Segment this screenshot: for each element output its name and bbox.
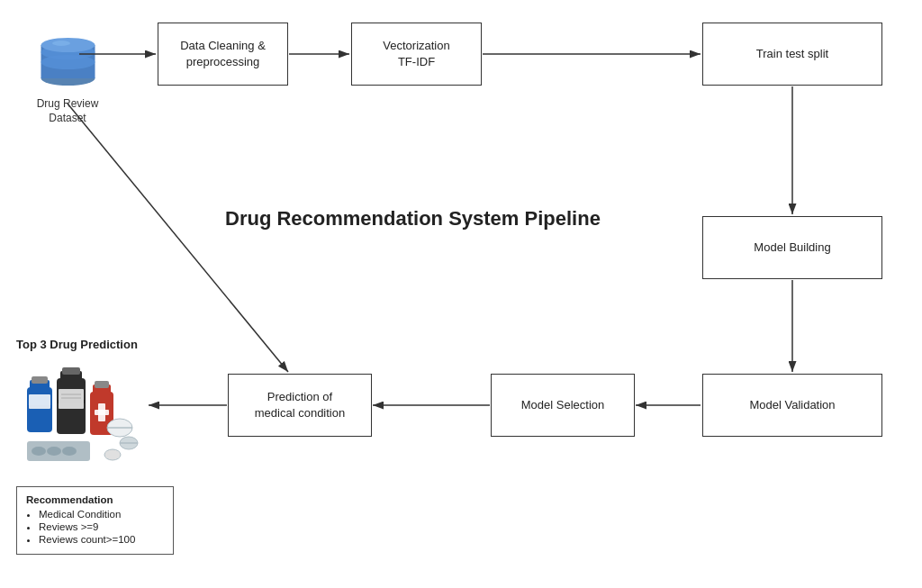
rec-item-3: Reviews count>=100 xyxy=(39,534,164,545)
arrow-db-to-prediction xyxy=(68,104,288,372)
svg-rect-15 xyxy=(59,389,84,409)
svg-point-25 xyxy=(47,447,61,456)
model-selection-label: Model Selection xyxy=(521,397,605,413)
model-building-box: Model Building xyxy=(702,216,882,279)
rec-item-2: Reviews >=9 xyxy=(39,521,164,532)
drugs-svg xyxy=(23,360,149,464)
rec-item-1: Medical Condition xyxy=(39,509,164,520)
main-title: Drug Recommendation System Pipeline xyxy=(225,207,601,231)
database-svg xyxy=(34,27,102,90)
prediction-label: Prediction ofmedical condition xyxy=(255,389,345,421)
model-validation-box: Model Validation xyxy=(702,374,882,437)
recommendation-title: Recommendation xyxy=(26,494,164,505)
svg-point-24 xyxy=(32,447,46,456)
model-building-label: Model Building xyxy=(754,240,830,256)
svg-rect-22 xyxy=(95,410,109,415)
vectorization-label: VectorizationTF-IDF xyxy=(383,38,449,70)
vectorization-box: VectorizationTF-IDF xyxy=(351,23,482,86)
svg-point-31 xyxy=(104,449,121,460)
model-selection-box: Model Selection xyxy=(491,374,635,437)
svg-point-5 xyxy=(52,41,70,46)
svg-rect-20 xyxy=(95,381,109,388)
database-label: Drug Review Dataset xyxy=(27,97,108,125)
svg-rect-10 xyxy=(29,394,50,409)
prediction-box: Prediction ofmedical condition xyxy=(228,374,372,437)
drug-image xyxy=(23,360,140,459)
recommendation-list: Medical Condition Reviews >=9 Reviews co… xyxy=(26,509,164,545)
svg-rect-13 xyxy=(62,367,80,375)
model-validation-label: Model Validation xyxy=(749,397,835,413)
recommendation-box: Recommendation Medical Condition Reviews… xyxy=(16,486,174,555)
svg-rect-6 xyxy=(27,387,52,432)
database-icon-group: Drug Review Dataset xyxy=(27,27,108,125)
top3-label: Top 3 Drug Prediction xyxy=(16,338,138,351)
svg-rect-8 xyxy=(32,376,48,384)
data-cleaning-box: Data Cleaning &preprocessing xyxy=(158,23,288,86)
diagram-container: Drug Recommendation System Pipeline Drug… xyxy=(0,0,922,588)
train-test-label: Train test split xyxy=(756,46,828,62)
svg-point-4 xyxy=(41,38,95,52)
data-cleaning-label: Data Cleaning &preprocessing xyxy=(180,38,266,70)
svg-point-26 xyxy=(62,447,77,456)
train-test-box: Train test split xyxy=(702,23,882,86)
